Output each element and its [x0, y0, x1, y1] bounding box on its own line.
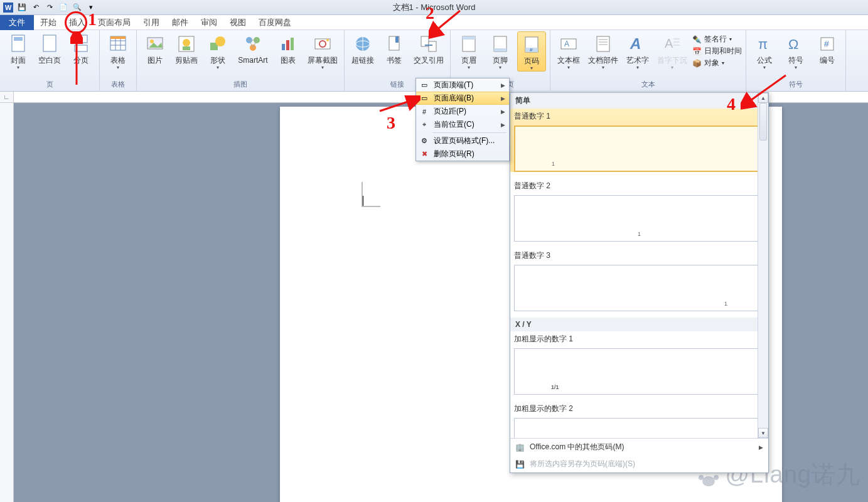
picture-button[interactable]: 图片 — [141, 31, 169, 65]
tab-file[interactable]: 文件 — [0, 15, 34, 30]
svg-rect-5 — [75, 35, 87, 43]
chevron-down-icon: ▾ — [117, 65, 119, 70]
window-title: 文档1 - Microsoft Word — [393, 2, 476, 13]
blank-page-button[interactable]: 空白页 — [35, 31, 64, 65]
svg-text:π: π — [758, 36, 768, 52]
scroll-down-button[interactable]: ▼ — [758, 428, 768, 438]
chevron-down-icon: ▾ — [499, 65, 501, 70]
vertical-ruler[interactable] — [0, 103, 14, 502]
header-button[interactable]: 页眉▾ — [454, 31, 483, 70]
svg-rect-45 — [597, 36, 609, 51]
footer-button[interactable]: 页脚▾ — [486, 31, 515, 70]
cover-page-button[interactable]: 封面▾ — [4, 31, 33, 70]
equation-button[interactable]: π公式▾ — [750, 31, 779, 70]
svg-point-28 — [326, 39, 329, 41]
menu-page-margins[interactable]: #页边距(P)▶ — [416, 105, 509, 118]
tab-home[interactable]: 开始 — [34, 15, 63, 30]
gallery-scrollbar[interactable]: ▲ ▼ — [758, 93, 768, 438]
gallery-plain-number-3[interactable]: 普通数字 3 1 — [510, 248, 768, 311]
menu-remove-pagenum[interactable]: ✖删除页码(R) — [416, 147, 509, 161]
menu-format-pagenum[interactable]: ⚙设置页码格式(F)... — [416, 134, 509, 147]
svg-text:Ω: Ω — [788, 36, 798, 52]
tab-layout[interactable]: 页面布局 — [92, 15, 137, 30]
dropcap-button[interactable]: A首字下沉▾ — [655, 31, 690, 70]
group-illustrations: 图片 剪贴画 形状▾ SmartArt 图表 屏幕截图▾ 插图 — [137, 30, 345, 91]
gallery-bold-number-1[interactable]: 加粗显示的数字 1 1/1 — [510, 331, 768, 395]
save-icon[interactable]: 💾 — [16, 2, 28, 13]
page-break-button[interactable]: 分页 — [67, 31, 95, 65]
svg-rect-37 — [463, 36, 475, 40]
svg-text:A: A — [630, 35, 641, 52]
blank-page-icon — [40, 34, 60, 54]
preview-icon[interactable]: 🔍 — [72, 2, 83, 13]
table-button[interactable]: 表格▾ — [104, 31, 132, 70]
textbox-button[interactable]: A文本框▾ — [554, 31, 583, 70]
group-symbols: π公式▾ Ω符号▾ #编号 符号 — [746, 30, 846, 91]
chevron-down-icon: ▾ — [671, 65, 673, 70]
gallery-plain-number-1[interactable]: 普通数字 1 1 — [510, 109, 768, 172]
hyperlink-button[interactable]: 超链接 — [348, 31, 377, 65]
chevron-down-icon: ▾ — [795, 65, 797, 70]
text-small-controls: ✒️签名行▾ 📅日期和时间 📦对象▾ — [692, 31, 742, 68]
page-number-menu: ▭页面顶端(T)▶ ▭页面底端(B)▶ #页边距(P)▶ ⌖当前位置(C)▶ ⚙… — [415, 78, 510, 161]
chevron-down-icon: ▾ — [17, 65, 19, 70]
ruler-corner[interactable]: ∟ — [0, 92, 14, 102]
ribbon-tabs: 文件 开始 插入 页面布局 引用 邮件 审阅 视图 百度网盘 — [0, 15, 868, 30]
menu-current-position[interactable]: ⌖当前位置(C)▶ — [416, 118, 509, 131]
shapes-button[interactable]: 形状▾ — [203, 31, 232, 70]
svg-rect-4 — [43, 35, 56, 51]
datetime-icon: 📅 — [692, 47, 702, 56]
redo-icon[interactable]: ↷ — [44, 2, 55, 13]
group-tables-label: 表格 — [104, 78, 132, 91]
signature-button[interactable]: ✒️签名行▾ — [692, 34, 742, 45]
chevron-right-icon: ▶ — [501, 82, 505, 88]
clipart-button[interactable]: 剪贴画 — [172, 31, 201, 65]
wordart-button[interactable]: A艺术字▾ — [623, 31, 652, 70]
svg-text:A: A — [665, 36, 673, 50]
page-margins-icon: # — [419, 106, 430, 117]
chart-button[interactable]: 图表 — [274, 31, 303, 65]
object-button[interactable]: 📦对象▾ — [692, 58, 742, 68]
crossref-button[interactable]: 交叉引用 — [411, 31, 446, 65]
symbol-button[interactable]: Ω符号▾ — [781, 31, 810, 70]
number-button[interactable]: #编号 — [813, 31, 842, 65]
quick-access-toolbar: W 💾 ↶ ↷ 📄 🔍 ▾ — [0, 2, 97, 13]
bookmark-button[interactable]: 书签 — [380, 31, 409, 65]
screenshot-button[interactable]: 屏幕截图▾ — [305, 31, 340, 70]
save-selection-icon: 💾 — [515, 460, 525, 469]
gallery-more-office[interactable]: 🏢Office.com 中的其他页码(M)▶ — [510, 439, 768, 456]
chart-icon — [278, 34, 298, 54]
qat-dropdown-icon[interactable]: ▾ — [85, 2, 97, 13]
page-bottom-icon: ▭ — [419, 93, 430, 104]
signature-icon: ✒️ — [692, 35, 702, 44]
dropcap-icon: A — [662, 34, 682, 54]
svg-point-65 — [714, 475, 719, 480]
datetime-button[interactable]: 📅日期和时间 — [692, 46, 742, 56]
new-icon[interactable]: 📄 — [58, 2, 69, 13]
chevron-down-icon: ▾ — [602, 65, 604, 70]
tab-review[interactable]: 审阅 — [195, 15, 223, 30]
tab-baidu[interactable]: 百度网盘 — [252, 15, 297, 30]
undo-icon[interactable]: ↶ — [30, 2, 41, 13]
format-icon: ⚙ — [419, 136, 430, 147]
object-icon: 📦 — [692, 59, 702, 68]
svg-rect-33 — [395, 36, 399, 43]
menu-page-bottom[interactable]: ▭页面底端(B)▶ — [416, 92, 509, 105]
gallery-plain-number-2[interactable]: 普通数字 2 1 — [510, 178, 768, 242]
tab-view[interactable]: 视图 — [223, 15, 252, 30]
smartart-button[interactable]: SmartArt — [235, 31, 271, 65]
page-number-button[interactable]: #页码▾ — [517, 31, 546, 72]
gallery-section-xy: X / Y — [510, 318, 768, 331]
svg-text:A: A — [564, 40, 569, 48]
tab-mailings[interactable]: 邮件 — [166, 15, 195, 30]
chevron-down-icon: ▾ — [567, 65, 570, 70]
cover-page-icon — [8, 34, 28, 54]
gallery-bold-number-2[interactable]: 加粗显示的数字 2 1/1 — [510, 401, 768, 438]
textbox-icon: A — [559, 34, 579, 54]
tab-references[interactable]: 引用 — [137, 15, 166, 30]
quickparts-button[interactable]: 文档部件▾ — [586, 31, 621, 70]
menu-page-top[interactable]: ▭页面顶端(T)▶ — [416, 78, 509, 92]
scroll-up-button[interactable]: ▲ — [758, 93, 768, 103]
scroll-thumb[interactable] — [759, 103, 767, 141]
tab-insert[interactable]: 插入 — [63, 15, 92, 30]
